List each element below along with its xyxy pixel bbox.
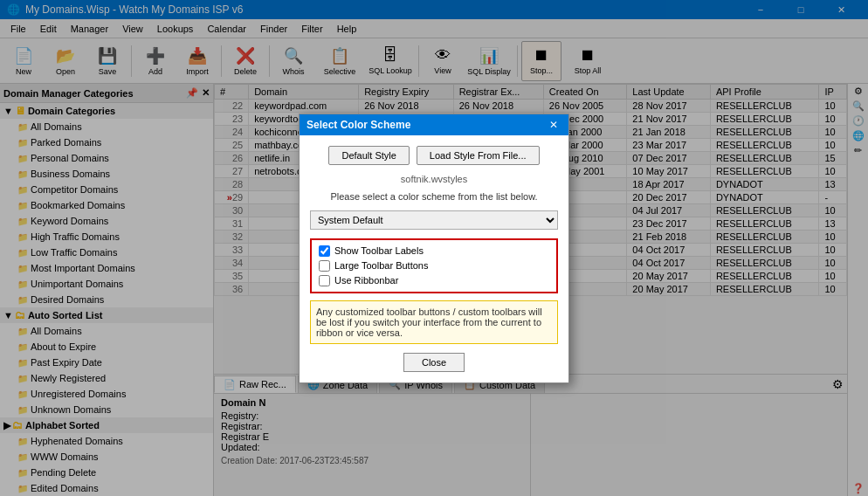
- modal-titlebar: Select Color Scheme ✕: [300, 114, 568, 135]
- modal-title: Select Color Scheme: [307, 119, 410, 131]
- modal-close-button[interactable]: ✕: [546, 117, 561, 133]
- load-style-button[interactable]: Load Style From File...: [417, 146, 540, 165]
- use-ribbonbar-checkbox[interactable]: [319, 275, 330, 286]
- style-filename: softnik.wvstyles: [310, 174, 558, 184]
- large-toolbar-buttons-checkbox[interactable]: [319, 260, 330, 272]
- large-toolbar-buttons-row: Large Toolbar Buttons: [319, 260, 549, 272]
- modal-body: Default Style Load Style From File... so…: [300, 135, 568, 382]
- style-description: Please select a color scheme from the li…: [310, 191, 558, 202]
- default-style-button[interactable]: Default Style: [328, 146, 409, 165]
- modal-overlay[interactable]: Select Color Scheme ✕ Default Style Load…: [0, 0, 868, 496]
- style-buttons-row: Default Style Load Style From File...: [310, 146, 558, 165]
- warning-message: Any customized toolbar buttons / custom …: [310, 300, 558, 344]
- show-toolbar-labels-label[interactable]: Show Toolbar Labels: [334, 245, 424, 256]
- display-options-area: Show Toolbar Labels Large Toolbar Button…: [310, 238, 558, 293]
- use-ribbonbar-row: Use Ribbonbar: [319, 275, 549, 286]
- show-toolbar-labels-checkbox[interactable]: [319, 245, 330, 257]
- use-ribbonbar-label[interactable]: Use Ribbonbar: [334, 275, 398, 286]
- large-toolbar-buttons-label[interactable]: Large Toolbar Buttons: [334, 260, 428, 271]
- modal-footer: Close: [310, 353, 558, 372]
- modal-close-footer-button[interactable]: Close: [403, 353, 465, 372]
- color-scheme-modal: Select Color Scheme ✕ Default Style Load…: [299, 114, 569, 383]
- show-toolbar-labels-row: Show Toolbar Labels: [319, 245, 549, 257]
- color-scheme-dropdown[interactable]: System Default Dark Theme Light Theme Cl…: [310, 210, 558, 230]
